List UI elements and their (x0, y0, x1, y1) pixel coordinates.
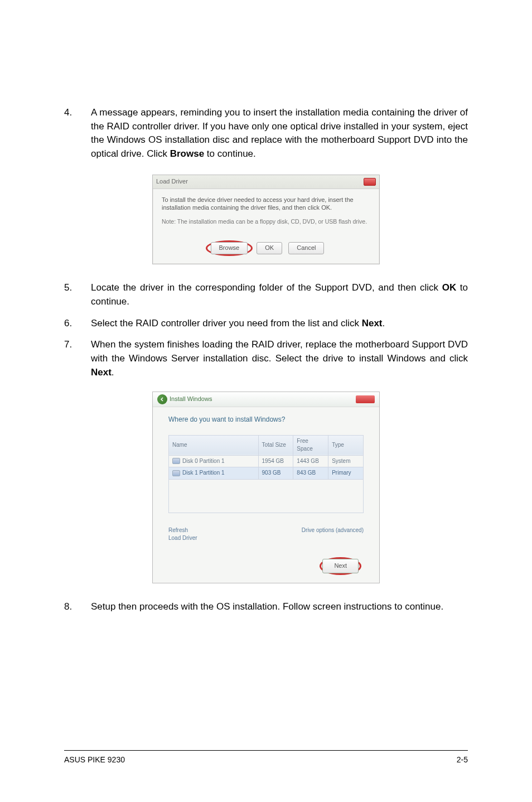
cancel-button[interactable]: Cancel (288, 242, 324, 254)
dialog-titlebar: Load Driver (153, 175, 379, 189)
footer-left: ASUS PIKE 9230 (64, 754, 125, 765)
dialog-titlebar: Install Windows (153, 392, 379, 407)
disk-icon (172, 470, 180, 476)
disk0-free: 1443 GB (293, 455, 328, 467)
step7-bold: Next (91, 367, 112, 378)
col-type: Type (332, 442, 344, 448)
footer-page-number: 2-5 (457, 754, 468, 765)
step4-text-a: A message appears, reminding you to inse… (91, 107, 468, 159)
browse-button[interactable]: Browse (211, 242, 248, 254)
disk-table: Name Total Size Free Space Type Disk 0 P… (168, 435, 364, 513)
disk1-type: Primary (328, 467, 364, 480)
drive-options-link[interactable]: Drive options (advanced) (302, 527, 364, 533)
page-footer: ASUS PIKE 9230 2-5 (64, 750, 468, 765)
step-number: 5. (64, 281, 91, 308)
col-name: Name (172, 442, 187, 448)
back-icon[interactable] (157, 394, 167, 404)
dialog-message: To install the device driver needed to a… (162, 196, 370, 212)
step-number: 7. (64, 338, 91, 379)
step4-text-b: to continue. (204, 148, 256, 159)
disk1-name: Disk 1 Partition 1 (182, 470, 225, 476)
ok-button[interactable]: OK (257, 242, 282, 254)
step8-text-a: Setup then proceeds with the OS installa… (91, 601, 443, 612)
step4-bold: Browse (170, 148, 204, 159)
load-driver-dialog: Load Driver To install the device driver… (152, 175, 380, 265)
step-body: Setup then proceeds with the OS installa… (91, 600, 468, 614)
step-body: Locate the driver in the corresponding f… (91, 281, 468, 308)
step7-text-a: When the system finishes loading the RAI… (91, 339, 468, 364)
step6-text-b: . (383, 318, 385, 328)
step7-text-b: . (112, 367, 114, 378)
load-driver-link[interactable]: Load Driver (168, 535, 197, 541)
col-free: Free Space (297, 438, 312, 452)
disk0-name: Disk 0 Partition 1 (182, 458, 225, 464)
refresh-link[interactable]: Refresh (168, 527, 188, 533)
next-highlight-oval: Next (320, 557, 361, 575)
install-question: Where do you want to install Windows? (168, 415, 364, 424)
browse-highlight-oval: Browse (206, 240, 253, 256)
step-number: 4. (64, 106, 91, 161)
dialog-title: Load Driver (156, 177, 188, 186)
next-button[interactable]: Next (322, 559, 359, 573)
step-body: When the system finishes loading the RAI… (91, 338, 468, 379)
col-total: Total Size (262, 442, 286, 448)
step5-bold: OK (442, 282, 457, 293)
disk0-type: System (328, 455, 364, 467)
step6-text-a: Select the RAID controller driver you ne… (91, 318, 362, 328)
step6-bold: Next (362, 318, 383, 328)
disk0-total: 1954 GB (258, 455, 293, 467)
step-body: A message appears, reminding you to inse… (91, 106, 468, 161)
disk-icon (172, 458, 180, 464)
table-row[interactable]: Disk 1 Partition 1 903 GB 843 GB Primary (169, 467, 364, 480)
close-icon[interactable] (364, 178, 376, 186)
step-number: 8. (64, 600, 91, 614)
table-row[interactable]: Disk 0 Partition 1 1954 GB 1443 GB Syste… (169, 455, 364, 467)
install-windows-title: Install Windows (170, 395, 212, 404)
step-number: 6. (64, 317, 91, 331)
disk1-total: 903 GB (258, 467, 293, 480)
dialog-note: Note: The installation media can be a fl… (162, 218, 370, 226)
step5-text-a: Locate the driver in the corresponding f… (91, 282, 442, 293)
step-body: Select the RAID controller driver you ne… (91, 317, 468, 331)
window-buttons-icon[interactable] (356, 395, 375, 403)
disk1-free: 843 GB (293, 467, 328, 480)
install-windows-dialog: Install Windows Where do you want to ins… (152, 392, 380, 583)
